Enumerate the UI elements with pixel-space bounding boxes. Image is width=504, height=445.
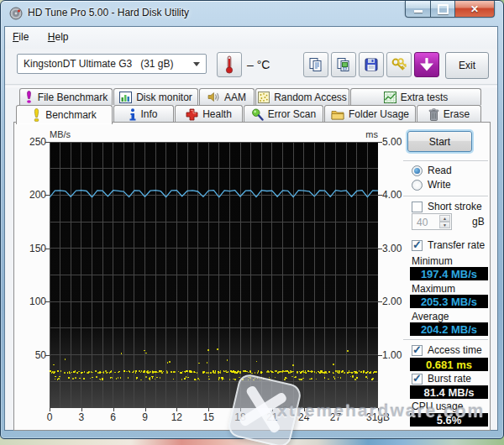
read-label: Read	[428, 165, 452, 176]
axis-tick-label: 3.00	[382, 243, 416, 254]
short-stroke-label: Short stroke	[428, 201, 482, 212]
axis-tick-label: 15	[203, 411, 214, 423]
benchmark-chart	[50, 142, 378, 408]
axis-tick-label: 18	[234, 411, 245, 423]
tab-random-access[interactable]: Random Access	[255, 88, 349, 105]
menu-file[interactable]: File	[5, 27, 36, 46]
access-time-value: 0.681 ms	[410, 358, 488, 371]
short-stroke-checkbox[interactable]	[412, 202, 423, 212]
axis-tick-label: 200	[16, 189, 46, 201]
short-stroke-stepper[interactable]: 40 ▲▼	[412, 213, 452, 230]
minimum-value: 197.4 MB/s	[410, 267, 488, 280]
chart-plot-area	[50, 142, 378, 408]
tab-strip: File Benchmark Disk monitor AAM Random A…	[5, 87, 497, 123]
axis-tick-label	[113, 408, 114, 411]
folder-icon	[331, 109, 344, 120]
file-benchmark-icon	[24, 91, 34, 103]
app-window: HD Tune Pro 5.00 - Hard Disk Utility ✕ F…	[0, 0, 504, 439]
axis-tick-label	[304, 408, 305, 411]
toolbar: KingstonDT Ultimate G3 (31 gB) – °C	[5, 49, 497, 84]
maximum-value: 205.3 MB/s	[410, 295, 488, 308]
burst-rate-checkbox[interactable]	[412, 374, 423, 385]
tab-label: Health	[202, 108, 232, 120]
temperature-button[interactable]	[217, 52, 242, 77]
axis-tick-label: 9	[142, 411, 148, 423]
tab-label: Folder Usage	[349, 108, 409, 120]
cpu-usage-value: 5.6%	[410, 413, 488, 427]
tab-folder-usage[interactable]: Folder Usage	[324, 105, 416, 123]
axis-tick-label	[45, 301, 50, 302]
tab-disk-monitor[interactable]: Disk monitor	[113, 88, 198, 105]
tab-info[interactable]: Info	[113, 105, 174, 123]
keys-icon	[391, 57, 407, 72]
axis-tick-label: 27	[330, 411, 341, 423]
axis-tick-label	[378, 301, 382, 302]
drive-select-value: KingstonDT Ultimate G3 (31 gB)	[24, 58, 174, 70]
tab-file-benchmark[interactable]: File Benchmark	[19, 88, 113, 105]
y-left-axis-unit: MB/s	[50, 129, 71, 139]
tab-label: Erase	[444, 108, 470, 120]
axis-tick-label: 3	[78, 411, 84, 423]
tab-extra-tests[interactable]: Extra tests	[350, 88, 481, 105]
tab-label: AAM	[224, 92, 246, 103]
axis-tick-label: 5.00	[382, 136, 416, 148]
stepper-down-icon[interactable]: ▼	[439, 222, 450, 228]
close-button[interactable]: ✕	[454, 1, 495, 18]
axis-tick-label: 24	[298, 411, 309, 423]
save-button[interactable]	[359, 52, 384, 77]
tab-error-scan[interactable]: Error Scan	[244, 105, 323, 123]
burst-rate-label: Burst rate	[428, 373, 471, 385]
tab-erase[interactable]: Erase	[417, 105, 481, 123]
stepper-up-icon[interactable]: ▲	[439, 215, 450, 222]
axis-tick-label	[378, 195, 382, 196]
axis-tick-label	[45, 195, 50, 196]
axis-tick-label	[50, 408, 50, 411]
minimum-label: Minimum	[412, 255, 453, 267]
registration-keys-button[interactable]	[386, 52, 412, 77]
drive-select-dropdown[interactable]: KingstonDT Ultimate G3 (31 gB)	[17, 54, 207, 74]
axis-tick-label	[272, 408, 273, 411]
copy-image-button[interactable]	[331, 52, 356, 77]
maximum-label: Maximum	[412, 283, 455, 295]
title-bar[interactable]: HD Tune Pro 5.00 - Hard Disk Utility ✕	[1, 1, 503, 26]
axis-tick-label: 6	[110, 411, 116, 423]
axis-tick-label	[145, 408, 146, 411]
thermometer-icon	[224, 55, 234, 74]
tab-aam[interactable]: AAM	[199, 88, 255, 105]
panel-separator	[403, 196, 488, 196]
tab-label: Info	[140, 108, 157, 120]
minimize-button[interactable]	[405, 1, 431, 18]
speaker-icon	[207, 92, 220, 102]
axis-tick-label: 12	[171, 411, 182, 423]
tab-benchmark-active[interactable]: Benchmark	[16, 105, 113, 124]
start-label: Start	[429, 136, 450, 148]
extra-tests-icon	[384, 92, 396, 103]
exit-button[interactable]: Exit	[445, 52, 489, 79]
update-check-button[interactable]	[414, 52, 439, 77]
menu-help[interactable]: Help	[40, 27, 76, 46]
short-stroke-unit: gB	[472, 216, 485, 228]
info-icon	[129, 108, 136, 121]
copy-image-icon	[336, 57, 351, 72]
tab-health[interactable]: Health	[175, 105, 243, 123]
axis-tick-label: 31gB	[366, 411, 390, 423]
stepper-arrows[interactable]: ▲▼	[439, 215, 450, 228]
trash-icon	[428, 108, 439, 121]
axis-tick-label	[45, 142, 50, 143]
panel-separator	[403, 160, 488, 161]
maximize-button[interactable]	[431, 1, 454, 18]
cpu-usage-label: CPU usage	[412, 400, 463, 412]
start-button[interactable]: Start	[407, 131, 472, 152]
random-access-icon	[258, 92, 270, 103]
y-right-axis-unit: ms	[344, 129, 378, 139]
hd-tune-app-icon	[9, 7, 23, 20]
read-radio[interactable]	[412, 165, 423, 176]
disk-monitor-icon	[119, 92, 132, 103]
copy-text-button[interactable]	[303, 52, 328, 77]
tab-label: Extra tests	[401, 92, 449, 103]
exit-label: Exit	[459, 60, 475, 71]
axis-tick-label: 50	[16, 349, 46, 361]
axis-tick-label: 2.00	[382, 296, 416, 307]
window-title: HD Tune Pro 5.00 - Hard Disk Utility	[28, 7, 189, 18]
save-icon	[364, 57, 379, 72]
